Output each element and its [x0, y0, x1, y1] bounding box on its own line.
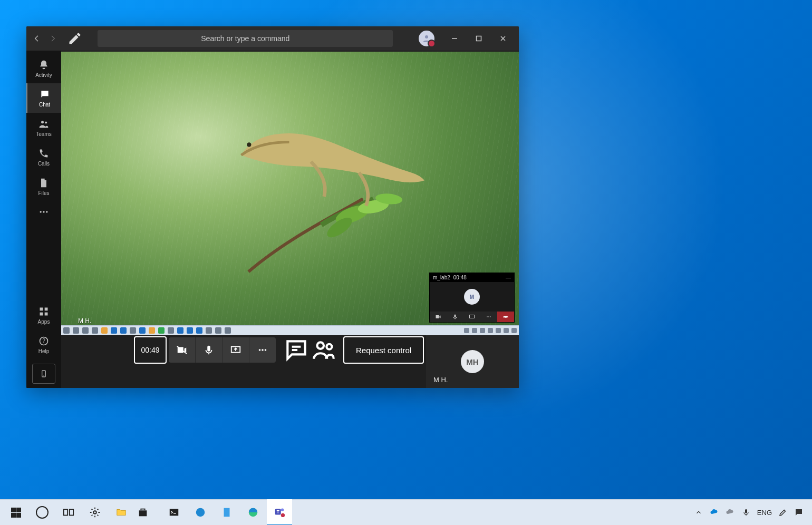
rail-apps[interactable]: Apps	[26, 300, 61, 330]
presenter-name-overlay: M H.	[78, 317, 91, 325]
svg-point-41	[281, 509, 284, 512]
svg-text:T: T	[277, 510, 279, 514]
taskbar-edge[interactable]	[240, 500, 266, 525]
search-input[interactable]: Search or type a command	[98, 30, 393, 47]
svg-rect-37	[224, 508, 230, 517]
close-button[interactable]	[491, 31, 515, 46]
shared-screen: M H. m_lab2 00:48 — M	[61, 52, 519, 335]
svg-point-36	[196, 508, 205, 517]
svg-rect-43	[745, 509, 747, 513]
svg-point-30	[317, 342, 324, 349]
taskbar-edge-legacy[interactable]	[188, 500, 213, 525]
tray-ink-icon[interactable]	[778, 508, 788, 517]
svg-point-29	[265, 349, 267, 351]
participant-avatar: MH	[461, 350, 484, 373]
new-chat-button[interactable]	[67, 31, 82, 46]
pip-share-icon[interactable]	[463, 312, 480, 322]
profile-avatar[interactable]	[419, 31, 434, 46]
remote-taskbar	[61, 325, 519, 335]
camera-toggle[interactable]	[169, 337, 195, 363]
pip-mic-icon[interactable]	[447, 312, 463, 322]
remote-start-icon	[63, 327, 70, 334]
taskbar-teams[interactable]: T	[267, 499, 292, 525]
pip-title: m_lab2	[433, 275, 450, 280]
teams-window: Search or type a command Activity Chat	[26, 26, 519, 388]
tray-cloud-icon[interactable]	[726, 508, 735, 517]
svg-point-27	[259, 349, 261, 351]
rail-chat[interactable]: Chat	[26, 83, 62, 113]
svg-point-2	[41, 121, 44, 123]
share-toggle[interactable]	[222, 337, 249, 363]
pip-hangup-icon[interactable]	[497, 312, 514, 322]
call-controls: 00:49 Request control	[134, 337, 456, 363]
more-actions[interactable]	[249, 337, 276, 363]
rail-teams[interactable]: Teams	[26, 113, 61, 142]
lizard-graphic	[198, 103, 450, 216]
taskbar-app[interactable]	[214, 500, 239, 525]
svg-rect-32	[64, 510, 67, 516]
taskbar-settings[interactable]	[82, 500, 108, 525]
pip-panel[interactable]: m_lab2 00:48 — M	[429, 273, 515, 323]
rail-more[interactable]	[26, 201, 61, 222]
taskbar-explorer[interactable]	[109, 500, 134, 525]
call-timer: 00:49	[134, 336, 167, 364]
minimize-button[interactable]	[443, 31, 466, 46]
pip-camera-icon[interactable]	[430, 312, 447, 322]
svg-point-23	[488, 316, 489, 317]
svg-point-24	[490, 316, 491, 317]
start-button[interactable]	[3, 500, 28, 525]
tray-chevron-icon[interactable]	[694, 508, 703, 517]
back-button[interactable]	[31, 32, 43, 45]
rail-calls[interactable]: Calls	[26, 142, 61, 172]
svg-point-5	[43, 211, 44, 212]
svg-rect-25	[207, 346, 210, 352]
svg-rect-1	[476, 36, 481, 41]
svg-point-42	[281, 513, 285, 517]
mic-toggle[interactable]	[195, 337, 222, 363]
titlebar: Search or type a command	[26, 26, 519, 51]
rail-help[interactable]: ? Help	[26, 330, 61, 359]
tray-action-center-icon[interactable]	[794, 508, 804, 517]
tray-mic-icon[interactable]	[741, 508, 751, 517]
cortana-button[interactable]	[30, 500, 55, 525]
show-participants[interactable]	[311, 337, 337, 363]
svg-rect-35	[170, 509, 179, 516]
host-taskbar: T ENG	[0, 499, 812, 525]
svg-point-22	[487, 316, 488, 317]
participant-tile[interactable]: MH M H.	[426, 335, 519, 388]
svg-text:?: ?	[42, 338, 45, 344]
taskbar-terminal[interactable]	[161, 500, 187, 525]
pip-more-icon[interactable]	[480, 312, 497, 322]
request-control-button[interactable]: Request control	[343, 336, 424, 364]
svg-rect-10	[45, 312, 48, 315]
svg-point-19	[247, 142, 252, 147]
svg-point-0	[425, 35, 428, 38]
rail-activity[interactable]: Activity	[26, 54, 61, 83]
rail-files[interactable]: Files	[26, 172, 61, 201]
maximize-button[interactable]	[467, 31, 490, 46]
svg-rect-20	[455, 315, 456, 318]
nav-arrows	[31, 32, 59, 45]
pip-timer: 00:48	[453, 275, 467, 280]
svg-point-34	[93, 511, 96, 514]
svg-rect-33	[70, 510, 73, 516]
show-chat[interactable]	[283, 337, 310, 363]
tray-onedrive-icon[interactable]	[710, 508, 719, 517]
app-rail: Activity Chat Teams Calls Files	[26, 51, 61, 388]
rail-label: Calls	[38, 161, 50, 167]
call-stage: M H. m_lab2 00:48 — M	[61, 51, 519, 388]
svg-point-31	[326, 344, 332, 349]
forward-button[interactable]	[46, 32, 59, 45]
svg-point-14	[43, 375, 44, 376]
taskbar-store[interactable]	[135, 500, 160, 525]
rail-label: Teams	[36, 131, 51, 137]
taskview-button[interactable]	[56, 500, 81, 525]
pip-avatar: M	[464, 289, 480, 305]
rail-mobile-button[interactable]	[32, 364, 55, 384]
svg-rect-21	[470, 315, 475, 318]
svg-rect-8	[45, 307, 48, 310]
rail-label: Apps	[38, 319, 50, 325]
tray-language[interactable]: ENG	[757, 509, 772, 517]
rail-label: Chat	[39, 102, 50, 108]
call-footer: 00:49 Request control MH M H.	[61, 335, 519, 388]
